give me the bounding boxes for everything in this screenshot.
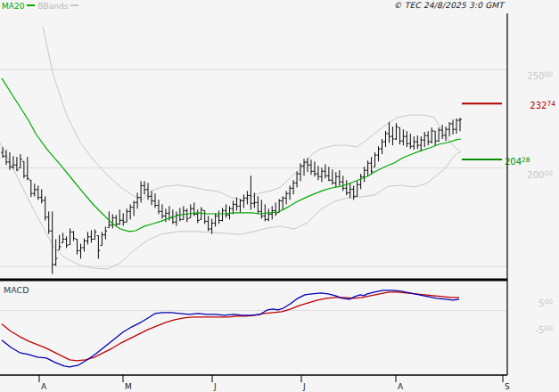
macd-line bbox=[2, 290, 459, 367]
month-label: M bbox=[125, 382, 132, 391]
chart-legend: MA20BBands bbox=[2, 1, 81, 12]
macd-axis-label: 500 bbox=[538, 297, 553, 308]
support-level-label: 20428 bbox=[505, 155, 530, 167]
macd-panel-label: MACD bbox=[4, 285, 29, 295]
month-label: S bbox=[505, 382, 510, 391]
legend-ma20-label: MA20 bbox=[2, 2, 24, 11]
month-label: A bbox=[398, 382, 403, 391]
ma20-line bbox=[2, 78, 461, 232]
month-label: J bbox=[214, 382, 217, 391]
macd-axis-label: -500 bbox=[535, 323, 553, 335]
bollinger-upper-band bbox=[43, 27, 461, 200]
legend-bbands-label: BBands bbox=[37, 2, 68, 11]
bollinger-lower-band bbox=[0, 143, 461, 269]
ma20-line-swatch bbox=[27, 4, 35, 6]
panel-separator bbox=[0, 279, 507, 282]
month-label: J bbox=[303, 382, 306, 391]
copyright-text: © TEC 24/8/2025 3:0 GMT bbox=[394, 1, 504, 10]
resistance-level-label: 23274 bbox=[530, 99, 555, 110]
month-label: A bbox=[41, 382, 46, 391]
chart-canvas bbox=[0, 0, 559, 392]
macd-signal-line bbox=[2, 292, 459, 361]
price-axis-label: 25000 bbox=[527, 69, 553, 81]
price-axis-label: 20000 bbox=[527, 168, 553, 180]
stock-chart: MA20BBands © TEC 24/8/2025 3:0 GMT MACD … bbox=[0, 0, 559, 392]
bbands-line-swatch bbox=[70, 4, 78, 6]
